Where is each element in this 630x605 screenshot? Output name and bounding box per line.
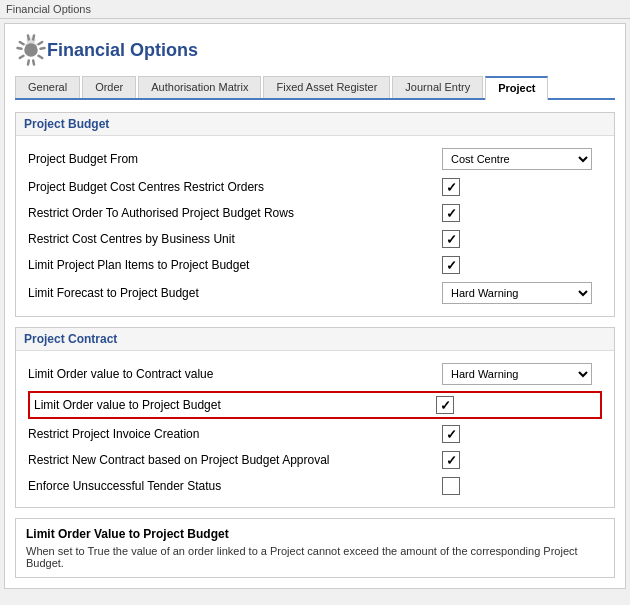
- tabs-bar: GeneralOrderAuthorisation MatrixFixed As…: [15, 76, 615, 100]
- project-budget-section: Project Budget Project Budget FromCost C…: [15, 112, 615, 317]
- title-bar: Financial Options: [0, 0, 630, 19]
- checkmark-icon: ✓: [446, 453, 457, 468]
- form-row: Enforce Unsuccessful Tender Status: [28, 473, 602, 499]
- tab-general[interactable]: General: [15, 76, 80, 98]
- row-checkbox[interactable]: [442, 477, 460, 495]
- row-control: ✓: [442, 256, 602, 274]
- row-select[interactable]: Hard WarningSoft WarningNone: [442, 363, 592, 385]
- form-row: Limit Order value to Project Budget✓: [28, 391, 602, 419]
- form-row: Project Budget FromCost CentreProjectWBS: [28, 144, 602, 174]
- row-select[interactable]: Hard WarningSoft WarningNone: [442, 282, 592, 304]
- checkmark-icon: ✓: [446, 427, 457, 442]
- row-label: Project Budget From: [28, 152, 442, 166]
- gear-icon: [15, 34, 47, 66]
- tab-order[interactable]: Order: [82, 76, 136, 98]
- page-title: Financial Options: [47, 40, 198, 61]
- row-label: Limit Project Plan Items to Project Budg…: [28, 258, 442, 272]
- row-label: Restrict Order To Authorised Project Bud…: [28, 206, 442, 220]
- row-label: Limit Order value to Contract value: [28, 367, 442, 381]
- form-row: Restrict Cost Centres by Business Unit✓: [28, 226, 602, 252]
- row-label: Restrict Cost Centres by Business Unit: [28, 232, 442, 246]
- row-control: Cost CentreProjectWBS: [442, 148, 602, 170]
- form-row: Limit Project Plan Items to Project Budg…: [28, 252, 602, 278]
- svg-point-2: [28, 47, 34, 53]
- info-box: Limit Order Value to Project Budget When…: [15, 518, 615, 578]
- row-checkbox[interactable]: ✓: [442, 204, 460, 222]
- info-box-title: Limit Order Value to Project Budget: [26, 527, 604, 541]
- row-control: ✓: [442, 178, 602, 196]
- checkmark-icon: ✓: [446, 206, 457, 221]
- tab-authorisation-matrix[interactable]: Authorisation Matrix: [138, 76, 261, 98]
- project-budget-body: Project Budget FromCost CentreProjectWBS…: [16, 136, 614, 316]
- checkmark-icon: ✓: [440, 398, 451, 413]
- row-control: Hard WarningSoft WarningNone: [442, 363, 602, 385]
- row-checkbox[interactable]: ✓: [442, 230, 460, 248]
- tab-fixed-asset-register[interactable]: Fixed Asset Register: [263, 76, 390, 98]
- row-checkbox[interactable]: ✓: [436, 396, 454, 414]
- checkmark-icon: ✓: [446, 258, 457, 273]
- row-label: Restrict Project Invoice Creation: [28, 427, 442, 441]
- info-box-text: When set to True the value of an order l…: [26, 545, 604, 569]
- form-row: Project Budget Cost Centres Restrict Ord…: [28, 174, 602, 200]
- form-row: Restrict Order To Authorised Project Bud…: [28, 200, 602, 226]
- row-label: Limit Order value to Project Budget: [34, 398, 436, 412]
- row-control: ✓: [442, 425, 602, 443]
- row-checkbox[interactable]: ✓: [442, 451, 460, 469]
- page-header: Financial Options: [15, 34, 615, 66]
- checkmark-icon: ✓: [446, 180, 457, 195]
- tab-journal-entry[interactable]: Journal Entry: [392, 76, 483, 98]
- tab-project[interactable]: Project: [485, 76, 548, 100]
- checkmark-icon: ✓: [446, 232, 457, 247]
- form-row: Restrict Project Invoice Creation✓: [28, 421, 602, 447]
- row-label: Project Budget Cost Centres Restrict Ord…: [28, 180, 442, 194]
- row-control: ✓: [442, 204, 602, 222]
- row-checkbox[interactable]: ✓: [442, 425, 460, 443]
- row-control: ✓: [442, 451, 602, 469]
- project-contract-section: Project Contract Limit Order value to Co…: [15, 327, 615, 508]
- row-select[interactable]: Cost CentreProjectWBS: [442, 148, 592, 170]
- project-budget-title: Project Budget: [16, 113, 614, 136]
- page-container: Financial Options GeneralOrderAuthorisat…: [4, 23, 626, 589]
- row-checkbox[interactable]: ✓: [442, 178, 460, 196]
- row-label: Limit Forecast to Project Budget: [28, 286, 442, 300]
- title-bar-label: Financial Options: [6, 3, 91, 15]
- project-contract-body: Limit Order value to Contract valueHard …: [16, 351, 614, 507]
- row-control: ✓: [442, 230, 602, 248]
- form-row: Restrict New Contract based on Project B…: [28, 447, 602, 473]
- row-control: Hard WarningSoft WarningNone: [442, 282, 602, 304]
- row-control: [442, 477, 602, 495]
- row-label: Enforce Unsuccessful Tender Status: [28, 479, 442, 493]
- form-row: Limit Forecast to Project BudgetHard War…: [28, 278, 602, 308]
- row-label: Restrict New Contract based on Project B…: [28, 453, 442, 467]
- row-control: ✓: [436, 396, 596, 414]
- form-row: Limit Order value to Contract valueHard …: [28, 359, 602, 389]
- row-checkbox[interactable]: ✓: [442, 256, 460, 274]
- project-contract-title: Project Contract: [16, 328, 614, 351]
